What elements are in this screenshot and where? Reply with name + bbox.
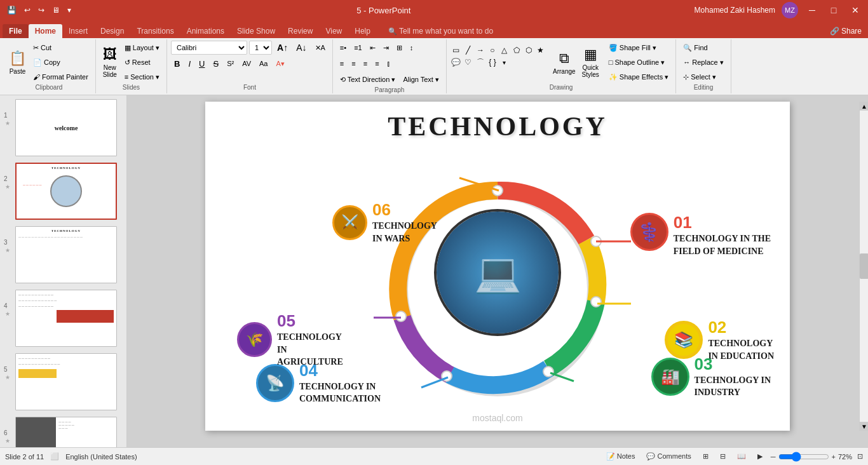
- tab-view[interactable]: View: [319, 24, 348, 38]
- shape-fill-button[interactable]: 🪣 Shape Fill ▾: [606, 41, 672, 55]
- arrange-button[interactable]: ⧉ Arrange: [550, 45, 578, 80]
- slideshow-button[interactable]: ▶: [754, 451, 766, 462]
- strikethrough-button[interactable]: S: [210, 57, 222, 71]
- char-spacing-button[interactable]: AV: [239, 57, 254, 71]
- undo-icon[interactable]: ↩: [22, 4, 32, 16]
- slide-sorter-button[interactable]: ⊟: [717, 451, 729, 462]
- bold-button[interactable]: B: [171, 57, 183, 71]
- increase-indent-button[interactable]: ⇥: [380, 41, 392, 55]
- tab-help[interactable]: Help: [348, 24, 377, 38]
- slide-thumb-1[interactable]: 1 ★ welcome: [3, 98, 124, 158]
- slide-img-2[interactable]: TECHNOLOGY — — — — — —: [15, 163, 117, 220]
- increase-font-button[interactable]: A↑: [274, 41, 291, 55]
- curve-shape[interactable]: ⌒: [475, 57, 486, 68]
- close-button[interactable]: ✕: [848, 3, 863, 18]
- shape-outline-button[interactable]: □ Shape Outline ▾: [606, 55, 672, 69]
- user-avatar[interactable]: MZ: [782, 2, 798, 18]
- tab-animations[interactable]: Animations: [180, 24, 231, 38]
- text-direction-button[interactable]: ⟲ Text Direction ▾: [337, 72, 399, 86]
- reset-button[interactable]: ↺ Reset: [121, 55, 163, 69]
- slide-thumb-3[interactable]: 3 ★ TECHNOLOGY — — — — — — — — — — — — —…: [3, 225, 124, 285]
- italic-button[interactable]: I: [185, 57, 194, 71]
- tab-tell-me[interactable]: 🔍 Tell me what you want to do: [382, 24, 499, 38]
- maximize-button[interactable]: □: [826, 3, 841, 18]
- line-shape[interactable]: ╱: [463, 44, 474, 56]
- star-shape[interactable]: ★: [535, 44, 546, 56]
- font-family-select[interactable]: Calibri: [171, 41, 247, 55]
- tab-transitions[interactable]: Transitions: [130, 24, 180, 38]
- tab-home[interactable]: Home: [29, 24, 62, 38]
- arrow-shape[interactable]: →: [475, 44, 486, 56]
- slide-thumb-6[interactable]: 6 ★ — — — —— — — — —— — —: [3, 415, 124, 447]
- pentagon-shape[interactable]: ⬠: [511, 44, 522, 56]
- layout-button[interactable]: ▦ Layout ▾: [121, 41, 163, 55]
- decrease-indent-button[interactable]: ⇤: [367, 41, 379, 55]
- slide-img-4[interactable]: — — — — — — — — — — — — — — — — — — — — …: [15, 290, 117, 347]
- tab-insert[interactable]: Insert: [62, 24, 94, 38]
- slide-img-3[interactable]: TECHNOLOGY — — — — — — — — — — — — — — —…: [15, 226, 117, 283]
- fit-slide-button[interactable]: ⊡: [857, 452, 863, 461]
- numbering-button[interactable]: ≡1: [351, 41, 365, 55]
- heart-shape[interactable]: ♡: [463, 57, 474, 68]
- slide-thumb-2[interactable]: 2 ★ TECHNOLOGY — — — — — —: [3, 161, 124, 221]
- hexagon-shape[interactable]: ⬡: [523, 44, 534, 56]
- align-center-button[interactable]: ≡: [348, 57, 358, 71]
- new-slide-button[interactable]: 🖼 NewSlide: [100, 43, 120, 81]
- slide-img-5[interactable]: — — — — — — — — — — — — — — — — — — — — …: [15, 353, 117, 410]
- slide-thumb-5[interactable]: 5 ★ — — — — — — — — — — — — — — — — — — …: [3, 352, 124, 412]
- format-painter-button[interactable]: 🖌 Format Painter: [30, 70, 92, 84]
- qa-more-icon[interactable]: ▾: [65, 4, 73, 16]
- smartart-cols-button[interactable]: ⊞: [393, 41, 405, 55]
- quick-styles-button[interactable]: ▦ QuickStyles: [580, 45, 602, 80]
- notes-button[interactable]: 📝 Notes: [603, 451, 639, 462]
- comments-button[interactable]: 💬 Comments: [643, 451, 694, 462]
- vertical-scrollbar[interactable]: ▲ ▼: [859, 102, 868, 431]
- align-text-button[interactable]: Align Text ▾: [400, 72, 442, 86]
- scroll-thumb[interactable]: [860, 253, 868, 279]
- minimize-button[interactable]: ─: [804, 3, 820, 18]
- scroll-down[interactable]: ▼: [860, 422, 868, 431]
- qa-dropdown-icon[interactable]: 🖥: [50, 4, 62, 16]
- save-icon[interactable]: 💾: [5, 4, 18, 16]
- paste-button[interactable]: 📋 Paste: [6, 43, 29, 81]
- triangle-shape[interactable]: △: [499, 44, 510, 56]
- font-color-button[interactable]: A▾: [273, 57, 287, 71]
- tab-design[interactable]: Design: [94, 24, 130, 38]
- copy-button[interactable]: 📄 Copy: [30, 55, 92, 69]
- slide-img-1[interactable]: welcome: [15, 99, 117, 156]
- col-button[interactable]: ⫿: [384, 57, 394, 71]
- normal-view-button[interactable]: ⊞: [700, 451, 712, 462]
- tab-review[interactable]: Review: [281, 24, 319, 38]
- redo-icon[interactable]: ↪: [36, 4, 46, 16]
- justify-button[interactable]: ≡: [372, 57, 382, 71]
- circle-shape[interactable]: ○: [487, 44, 498, 56]
- zoom-in-button[interactable]: +: [832, 453, 836, 461]
- shadow-button[interactable]: S²: [224, 57, 237, 71]
- zoom-slider[interactable]: [778, 452, 829, 462]
- find-button[interactable]: 🔍 Find: [680, 41, 726, 55]
- tab-file[interactable]: File: [3, 24, 29, 38]
- section-button[interactable]: ≡ Section ▾: [121, 70, 163, 84]
- case-button[interactable]: Aa: [256, 57, 271, 71]
- canvas-area[interactable]: TECHNOLOGY: [127, 95, 868, 447]
- share-button[interactable]: 🔗 Share: [824, 24, 868, 38]
- replace-button[interactable]: ↔ Replace ▾: [680, 55, 726, 69]
- tab-slideshow[interactable]: Slide Show: [231, 24, 281, 38]
- zoom-out-button[interactable]: ─: [771, 453, 776, 461]
- slide-thumb-4[interactable]: 4 ★ — — — — — — — — — — — — — — — — — — …: [3, 288, 124, 348]
- clear-format-button[interactable]: ✕A: [312, 41, 329, 55]
- cut-button[interactable]: ✂ Cut: [30, 41, 92, 55]
- reading-view-button[interactable]: 📖: [734, 451, 749, 462]
- slide-img-6[interactable]: — — — —— — — — —— — —: [15, 417, 117, 447]
- select-button[interactable]: ⊹ Select ▾: [680, 70, 726, 84]
- align-right-button[interactable]: ≡: [360, 57, 370, 71]
- callout-shape[interactable]: 💬: [451, 57, 462, 68]
- decrease-font-button[interactable]: A↓: [293, 41, 309, 55]
- bullets-button[interactable]: ≡•: [337, 41, 349, 55]
- brace-shape[interactable]: { }: [487, 57, 498, 68]
- scroll-up[interactable]: ▲: [860, 102, 868, 111]
- line-spacing-button[interactable]: ↕: [407, 41, 417, 55]
- align-left-button[interactable]: ≡: [337, 57, 347, 71]
- shape-effects-button[interactable]: ✨ Shape Effects ▾: [606, 70, 672, 84]
- more-shapes[interactable]: ▾: [499, 57, 510, 68]
